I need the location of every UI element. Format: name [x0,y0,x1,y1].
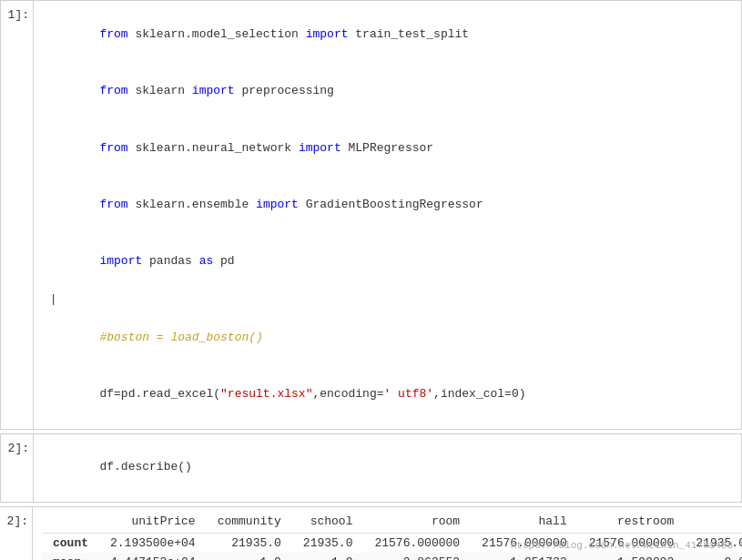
cell-value: 21935.0 [207,533,292,553]
code-line-6 [43,290,732,310]
cell-value: 2.863552 [363,553,471,560]
cell-1-content[interactable]: from sklearn.model_selection import trai… [34,1,741,429]
code-text: sklearn.neural_network [128,141,299,155]
code-text: df=pd.read_excel( [99,387,220,401]
cell-value: 21576.000000 [363,533,471,553]
cell-value: 21935.0 [292,533,364,553]
row-label: mean [42,553,99,560]
code-line-describe: df.describe() [43,440,732,496]
col-header-hall: hall [471,511,578,534]
cell-2-output: 2]: unitPrice community school room hall… [0,506,742,560]
watermark: https://blog.csdn.net/weixin_41781408 [511,540,733,551]
notebook: 1]: from sklearn.model_selection import … [0,0,742,560]
output-2-content: unitPrice community school room hall res… [33,507,742,560]
keyword-from-3: from [99,141,127,155]
string-filename: "result.xlsx" [220,387,312,401]
keyword-import-3: import [299,141,341,155]
col-header-room: room [363,511,471,534]
keyword-import-1: import [306,27,349,41]
col-header-east: 东 [685,511,742,534]
cell-value: 1.599092 [578,553,686,560]
keyword-as: as [199,254,214,268]
string-encoding: ' utf8' [383,387,433,401]
code-line-3: from sklearn.neural_network import MLPRe… [43,120,732,177]
table-header-row: unitPrice community school room hall res… [42,511,742,534]
cell-2-content[interactable]: df.describe() [34,434,741,502]
code-text: ,index_col=0) [433,387,525,401]
cell-1: 1]: from sklearn.model_selection import … [0,0,742,430]
keyword-from-1: from [99,27,127,41]
comment-boston: #boston = load_boston() [99,331,262,344]
col-header-index [42,511,99,534]
col-header-unitprice: unitPrice [99,511,207,534]
code-line-1: from sklearn.model_selection import trai… [43,6,732,63]
code-text: sklearn.model_selection [128,27,306,41]
cell-2: 2]: df.describe() [0,433,742,503]
code-text: pd [213,254,234,268]
cell-value: 4.447152e+04 [99,553,207,560]
keyword-from-4: from [99,198,127,211]
code-line-8: df=pd.read_excel("result.xlsx",encoding=… [43,366,732,423]
code-text: preprocessing [235,84,334,97]
code-text: GradientBoostingRegressor [299,198,483,211]
row-label: count [42,533,99,553]
cell-value: 0.054661 [685,553,742,560]
cell-value: 2.193500e+04 [99,533,207,553]
code-text: train_test_split [349,27,470,41]
cell-2-number: 2]: [1,434,34,502]
keyword-import-4: import [256,198,299,211]
code-text: MLPRegressor [341,141,433,155]
code-text: sklearn.ensemble [128,198,256,211]
keyword-import-2: import [192,84,235,97]
code-line-7: #boston = load_boston() [43,310,732,366]
cell-value: 1.0 [292,553,364,560]
code-text: pandas [142,254,198,268]
code-text: ,encoding= [312,387,383,401]
code-line-5: import pandas as pd [43,234,732,290]
dataframe-table: unitPrice community school room hall res… [42,511,742,560]
cell-value: 1.0 [207,553,292,560]
keyword-import-5: import [99,254,142,268]
dataframe-container: unitPrice community school room hall res… [33,507,742,560]
df-describe-call: df.describe() [99,460,191,473]
output-2-number: 2]: [0,507,33,560]
code-line-2: from sklearn import preprocessing [43,63,732,119]
col-header-school: school [292,511,364,534]
table-row: mean4.447152e+041.01.02.8635521.8517331.… [42,553,742,560]
col-header-restroom: restroom [578,511,686,534]
cell-1-number: 1]: [1,1,34,429]
keyword-from-2: from [99,84,127,97]
code-line-4: from sklearn.ensemble import GradientBoo… [43,177,732,233]
col-header-community: community [207,511,292,534]
cell-value: 1.851733 [471,553,578,560]
code-text: sklearn [128,84,192,97]
